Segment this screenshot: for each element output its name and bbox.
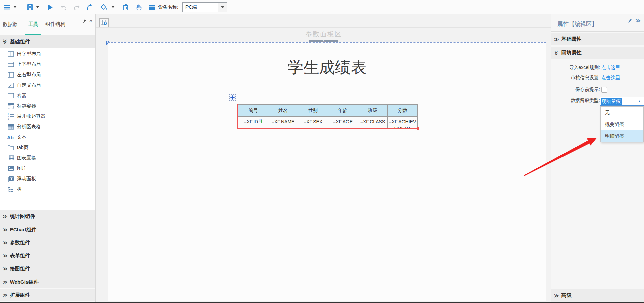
table-cell[interactable]: =XF.CLASS (358, 117, 388, 128)
dropdown-option-detail[interactable]: 明细留痕 (601, 130, 643, 142)
report-designer-app: 设备名称: PC端 数据源 工具 组件结构 « ≫ 基础组件 田字型布局 (0, 0, 644, 303)
report-page[interactable]: 学生成绩表 (108, 42, 546, 301)
collapse-right-panel-icon[interactable]: ≫ (635, 18, 641, 24)
upload-icon[interactable] (85, 3, 94, 12)
component-label: 标题容器 (17, 103, 36, 109)
component-item-custom-layout[interactable]: 自定义布局 (0, 80, 95, 90)
column-header[interactable]: 姓名 (268, 105, 298, 117)
top-toolbar: 设备名称: PC端 (0, 0, 644, 14)
collapse-left-panel-icon[interactable]: « (89, 18, 92, 24)
section-extensions[interactable]: ≫扩展组件 (0, 289, 95, 302)
select-collapse-arrow-icon[interactable]: ▲ (635, 97, 644, 105)
grid-lock-icon[interactable] (99, 18, 109, 27)
table-cell[interactable]: =XF.ID (238, 117, 268, 128)
trash-icon[interactable] (121, 3, 130, 12)
tab-page-icon (7, 144, 14, 151)
tab-structure[interactable]: 组件结构 (45, 21, 65, 28)
section-webgis[interactable]: ≫WebGis组件 (0, 275, 95, 289)
properties-panel-header: 属性【编辑区】 ≫ (551, 14, 644, 32)
device-select[interactable]: PC端 (182, 2, 227, 12)
property-row-excel-rule: 导入excel规则: 点击这里 (551, 64, 644, 71)
svg-text:3: 3 (8, 118, 9, 120)
panel-layout-icon[interactable] (148, 3, 156, 12)
component-item-tree[interactable]: 树 (0, 184, 95, 194)
component-item-left-right[interactable]: 左右型布局 (0, 69, 95, 80)
component-item-analysis-table[interactable]: 分析区表格 (0, 121, 95, 132)
component-label: 图表置换 (17, 155, 36, 161)
section-drawing[interactable]: ≫绘图组件 (0, 262, 95, 275)
pin-icon[interactable] (82, 19, 87, 24)
column-header[interactable]: 编号 (238, 105, 268, 117)
section-forms[interactable]: ≫表单组件 (0, 249, 95, 262)
title-container-icon (7, 102, 14, 109)
section-label: 扩展组件 (10, 292, 30, 298)
selection-resize-handle[interactable] (417, 127, 419, 130)
expand-collapse-container-icon: 123 (7, 113, 14, 120)
component-list: 田字型布局 上下型布局 左右型布局 自定义布局 容器 标题容器 (0, 49, 95, 194)
component-item-expand-collapse[interactable]: 123 展开收起容器 (0, 111, 95, 121)
column-header[interactable]: 班级 (358, 105, 388, 117)
paint-bucket-icon[interactable] (99, 3, 108, 12)
column-header[interactable]: 年龄 (328, 105, 358, 117)
table-cell[interactable]: =XF.NAME (268, 117, 298, 128)
tab-tools[interactable]: 工具 (28, 21, 38, 28)
left-right-layout-icon (7, 71, 14, 78)
chevron-collapsed-icon: ≫ (3, 292, 8, 298)
excel-rule-link[interactable]: 点击这里 (601, 65, 620, 71)
component-item-title-container[interactable]: 标题容器 (0, 101, 95, 111)
component-item-container[interactable]: 容器 (0, 90, 95, 101)
audit-info-link[interactable]: 点击这里 (601, 75, 620, 81)
properties-title: 属性【编辑区】 (557, 20, 597, 28)
left-panel: 数据源 工具 组件结构 « ≫ 基础组件 田字型布局 上下型布局 左 (0, 14, 96, 302)
table-cell[interactable]: =XF.SEX (298, 117, 328, 128)
section-label: WebGis组件 (10, 279, 39, 285)
image-icon (7, 165, 14, 172)
section-backfill-properties[interactable]: ≫ 回填属性 (551, 47, 644, 59)
save-caret-icon[interactable] (36, 6, 39, 8)
component-label: tab页 (17, 145, 28, 151)
section-basic-components[interactable]: ≫ 基础组件 (0, 35, 95, 48)
section-label: 基础组件 (10, 39, 30, 45)
column-header[interactable]: 分数 (388, 105, 418, 117)
component-item-chart-swap[interactable]: 图表置换 (0, 153, 95, 163)
canvas-divider (96, 27, 551, 28)
dropdown-option-none[interactable]: 无 (601, 107, 643, 118)
hand-pan-icon[interactable] (135, 3, 143, 12)
save-tip-checkbox[interactable] (601, 87, 607, 93)
section-stat-charts[interactable]: ≫统计图组件 (0, 210, 95, 223)
svg-text:2: 2 (8, 115, 9, 118)
undo-icon[interactable] (59, 3, 68, 12)
menu-caret-icon[interactable] (13, 6, 17, 8)
component-item-image[interactable]: 图片 (0, 163, 95, 173)
section-parameters[interactable]: ≫参数组件 (0, 236, 95, 249)
section-label: 统计图组件 (10, 213, 35, 220)
component-item-float-panel[interactable]: 浮动面板 (0, 173, 95, 184)
component-item-grid-layout[interactable]: 田字型布局 (0, 49, 95, 59)
table-cell[interactable]: =XF.ACHIEVEMENT (388, 117, 418, 128)
device-select-arrow-icon[interactable] (218, 3, 227, 12)
properties-panel: 属性【编辑区】 ≫ ≫ 基础属性 ≫ 回填属性 导入excel规则: 点击这里 … (551, 14, 644, 302)
table-cell[interactable]: =XF.AGE (328, 117, 358, 128)
menu-icon[interactable] (3, 3, 11, 12)
trace-type-dropdown: 无 概要留痕 明细留痕 (600, 106, 644, 142)
section-basic-properties[interactable]: ≫ 基础属性 (551, 33, 644, 45)
component-label: 图片 (17, 165, 26, 171)
section-advanced[interactable]: ≫ 高级 (551, 289, 644, 302)
run-icon[interactable] (46, 3, 54, 12)
component-item-text[interactable]: Ab 文本 (0, 132, 95, 142)
tree-icon (7, 186, 14, 193)
backfill-table[interactable]: 编号 姓名 性别 年龄 班级 分数 =XF.ID =XF.NAME =XF.SE… (237, 104, 418, 129)
chevron-expanded-icon: ≫ (554, 50, 559, 55)
table-move-handle-icon[interactable] (229, 94, 236, 101)
save-icon[interactable] (25, 3, 34, 12)
trace-type-select[interactable]: 明细留痕 ▲ (600, 97, 644, 106)
component-item-tab-page[interactable]: tab页 (0, 142, 95, 153)
tab-datasource[interactable]: 数据源 (3, 21, 18, 28)
section-echart[interactable]: ≫EChart组件 (0, 223, 95, 236)
dropdown-option-summary[interactable]: 概要留痕 (601, 118, 643, 130)
column-header[interactable]: 性别 (298, 105, 328, 117)
paint-caret-icon[interactable] (111, 6, 115, 8)
component-item-top-bottom[interactable]: 上下型布局 (0, 59, 95, 69)
pin-icon[interactable] (628, 18, 633, 23)
redo-icon[interactable] (72, 3, 81, 12)
